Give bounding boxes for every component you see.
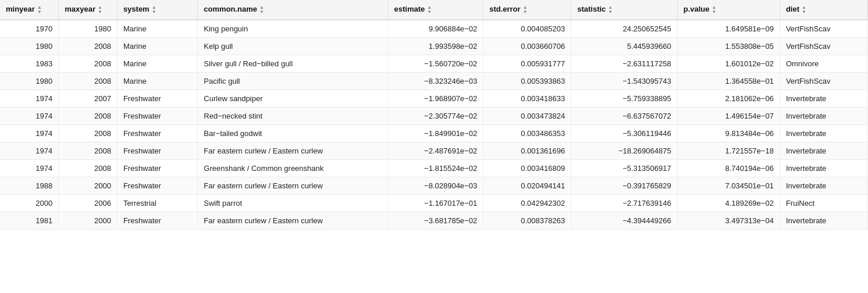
cell-common: Far eastern curlew / Eastern curlew: [198, 177, 388, 194]
cell-estimate: 9.906884e−02: [388, 20, 483, 38]
cell-system: Marine: [117, 72, 197, 90]
cell-diet: VertFishScav: [780, 72, 867, 90]
cell-diet: VertFishScav: [780, 20, 867, 38]
cell-maxyear: 2000: [59, 212, 118, 229]
cell-diet: Invertebrate: [780, 177, 867, 194]
cell-statistic: −6.637567072: [571, 107, 678, 124]
column-header-diet[interactable]: diet▲▼: [780, 0, 867, 20]
cell-estimate: −1.849901e−02: [388, 124, 483, 142]
sort-icon-statistic: ▲▼: [608, 5, 613, 15]
column-header-common[interactable]: common.name▲▼: [198, 0, 388, 20]
cell-common: Far eastern curlew / Eastern curlew: [198, 142, 388, 159]
cell-maxyear: 2008: [59, 142, 118, 159]
sort-icon-minyear: ▲▼: [37, 5, 42, 15]
cell-statistic: −5.306119446: [571, 124, 678, 142]
cell-common: Silver gull / Red−billed gull: [198, 55, 388, 72]
cell-common: Bar−tailed godwit: [198, 124, 388, 142]
cell-estimate: −8.323246e−03: [388, 72, 483, 90]
cell-common: Pacific gull: [198, 72, 388, 90]
cell-statistic: −2.717639146: [571, 194, 678, 212]
table-row: 19742008FreshwaterRed−necked stint−2.305…: [0, 107, 868, 124]
table-row: 19832008MarineSilver gull / Red−billed g…: [0, 55, 868, 72]
cell-diet: Omnivore: [780, 55, 867, 72]
cell-pvalue: 9.813484e−06: [677, 124, 780, 142]
cell-pvalue: 8.740194e−06: [677, 159, 780, 177]
cell-pvalue: 1.553808e−05: [677, 37, 780, 55]
cell-maxyear: 2008: [59, 72, 118, 90]
cell-stderr: 0.003473824: [483, 107, 571, 124]
cell-common: Kelp gull: [198, 37, 388, 55]
cell-statistic: −5.313506917: [571, 159, 678, 177]
cell-diet: Invertebrate: [780, 90, 867, 107]
table-row: 19701980MarineKing penguin9.906884e−020.…: [0, 20, 868, 38]
cell-common: Red−necked stint: [198, 107, 388, 124]
cell-estimate: −3.681785e−02: [388, 212, 483, 229]
cell-estimate: 1.993598e−02: [388, 37, 483, 55]
cell-minyear: 1980: [0, 37, 59, 55]
cell-maxyear: 2008: [59, 107, 118, 124]
table-body: 19701980MarineKing penguin9.906884e−020.…: [0, 20, 868, 230]
table-row: 19742008FreshwaterFar eastern curlew / E…: [0, 142, 868, 159]
cell-minyear: 1981: [0, 212, 59, 229]
cell-statistic: −2.631117258: [571, 55, 678, 72]
cell-statistic: −4.394449266: [571, 212, 678, 229]
cell-diet: Invertebrate: [780, 159, 867, 177]
cell-stderr: 0.042942302: [483, 194, 571, 212]
cell-pvalue: 1.601012e−02: [677, 55, 780, 72]
cell-system: Freshwater: [117, 124, 197, 142]
sort-icon-maxyear: ▲▼: [98, 5, 102, 15]
cell-estimate: −2.487691e−02: [388, 142, 483, 159]
cell-pvalue: 1.496154e−07: [677, 107, 780, 124]
cell-system: Freshwater: [117, 212, 197, 229]
column-header-minyear[interactable]: minyear▲▼: [0, 0, 59, 20]
cell-pvalue: 7.034501e−01: [677, 177, 780, 194]
cell-minyear: 1988: [0, 177, 59, 194]
table-row: 19802008MarineKelp gull1.993598e−020.003…: [0, 37, 868, 55]
cell-system: Marine: [117, 55, 197, 72]
cell-maxyear: 2008: [59, 124, 118, 142]
cell-stderr: 0.020494141: [483, 177, 571, 194]
table-header-row: minyear▲▼maxyear▲▼system▲▼common.name▲▼e…: [0, 0, 868, 20]
cell-common: King penguin: [198, 20, 388, 38]
cell-pvalue: 1.364558e−01: [677, 72, 780, 90]
sort-icon-system: ▲▼: [152, 5, 156, 15]
data-table: minyear▲▼maxyear▲▼system▲▼common.name▲▼e…: [0, 0, 868, 230]
cell-estimate: −1.968907e−02: [388, 90, 483, 107]
column-header-pvalue[interactable]: p.value▲▼: [677, 0, 780, 20]
cell-estimate: −1.815524e−02: [388, 159, 483, 177]
cell-pvalue: 3.497313e−04: [677, 212, 780, 229]
column-header-stderr[interactable]: std.error▲▼: [483, 0, 571, 20]
cell-minyear: 1974: [0, 142, 59, 159]
table-row: 20002006TerrestrialSwift parrot−1.167017…: [0, 194, 868, 212]
sort-icon-estimate: ▲▼: [427, 5, 432, 15]
sort-icon-stderr: ▲▼: [523, 5, 528, 15]
cell-stderr: 0.003660706: [483, 37, 571, 55]
cell-stderr: 0.008378263: [483, 212, 571, 229]
column-header-maxyear[interactable]: maxyear▲▼: [59, 0, 118, 20]
cell-estimate: −2.305774e−02: [388, 107, 483, 124]
cell-system: Terrestrial: [117, 194, 197, 212]
table-row: 19882000FreshwaterFar eastern curlew / E…: [0, 177, 868, 194]
cell-system: Freshwater: [117, 142, 197, 159]
cell-minyear: 1980: [0, 72, 59, 90]
column-header-statistic[interactable]: statistic▲▼: [571, 0, 678, 20]
cell-system: Marine: [117, 37, 197, 55]
table-row: 19742007FreshwaterCurlew sandpiper−1.968…: [0, 90, 868, 107]
cell-pvalue: 2.181062e−06: [677, 90, 780, 107]
cell-minyear: 2000: [0, 194, 59, 212]
cell-minyear: 1974: [0, 107, 59, 124]
table-row: 19812000FreshwaterFar eastern curlew / E…: [0, 212, 868, 229]
cell-stderr: 0.003416809: [483, 159, 571, 177]
column-header-estimate[interactable]: estimate▲▼: [388, 0, 483, 20]
cell-pvalue: 1.721557e−18: [677, 142, 780, 159]
cell-maxyear: 2008: [59, 55, 118, 72]
cell-stderr: 0.003418633: [483, 90, 571, 107]
column-header-system[interactable]: system▲▼: [117, 0, 197, 20]
cell-statistic: 24.250652545: [571, 20, 678, 38]
cell-stderr: 0.005393863: [483, 72, 571, 90]
sort-icon-diet: ▲▼: [802, 5, 806, 15]
cell-statistic: 5.445939660: [571, 37, 678, 55]
cell-statistic: −1.543095743: [571, 72, 678, 90]
cell-stderr: 0.004085203: [483, 20, 571, 38]
cell-diet: Invertebrate: [780, 107, 867, 124]
